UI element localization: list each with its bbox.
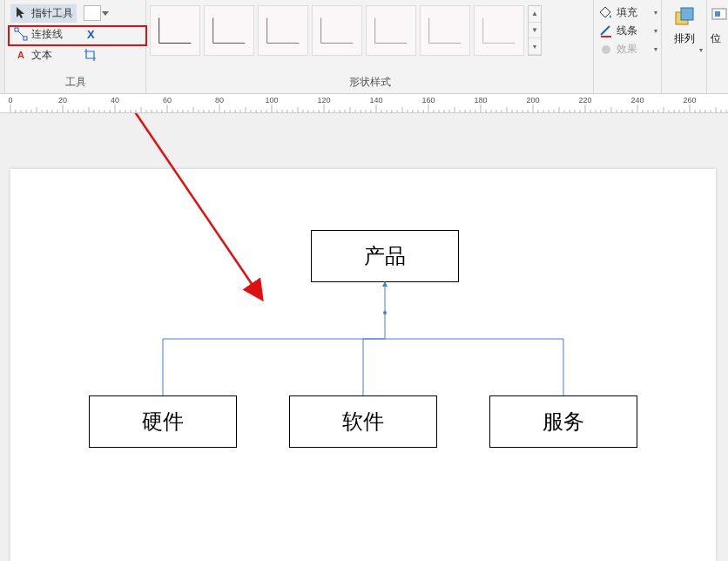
diagram-child-box[interactable]: 软件 [289, 395, 437, 448]
diagram-root-label: 产品 [364, 242, 406, 270]
position-icon[interactable] [711, 5, 728, 30]
styles-group-label: 形状样式 [150, 75, 590, 93]
style-thumb[interactable] [150, 5, 200, 56]
style-thumb[interactable] [204, 5, 254, 56]
ribbon: 指针工具 连接线 X A 文本 工具 [0, 0, 728, 94]
line-label: 线条 [617, 24, 637, 38]
diagram-child-label: 硬件 [142, 408, 184, 436]
svg-line-2 [18, 31, 24, 37]
svg-text:60: 60 [163, 96, 172, 105]
shape-styles-group: ▲ ▼ ▾ 形状样式 [146, 0, 594, 93]
tools-group: 指针工具 连接线 X A 文本 工具 [5, 0, 146, 93]
svg-text:180: 180 [474, 96, 487, 105]
arrange-group: 排列 ▾ [662, 0, 707, 93]
svg-text:160: 160 [421, 96, 435, 105]
position-group: 位 [707, 0, 728, 93]
style-thumb[interactable] [366, 5, 416, 56]
svg-rect-0 [15, 28, 18, 31]
style-thumb[interactable] [258, 5, 308, 56]
chevron-down-icon: ▾ [654, 45, 657, 53]
page[interactable]: 产品 硬件 软件 服务 [10, 169, 716, 561]
effect-icon [599, 43, 613, 57]
text-tool-label: 文本 [31, 48, 52, 63]
pointer-icon [14, 6, 28, 20]
scroll-more-icon[interactable]: ▾ [529, 38, 541, 55]
svg-text:220: 220 [578, 96, 591, 105]
scroll-up-icon[interactable]: ▲ [529, 6, 541, 23]
diagram-child-label: 软件 [342, 408, 384, 436]
line-icon [599, 24, 613, 38]
svg-rect-7 [715, 11, 720, 17]
fill-icon [599, 6, 613, 20]
chevron-down-icon: ▾ [654, 9, 657, 17]
crop-icon[interactable] [84, 48, 98, 62]
text-tool-button[interactable]: A 文本 [10, 46, 56, 64]
svg-text:120: 120 [317, 96, 330, 105]
diagram-child-box[interactable]: 硬件 [89, 395, 237, 448]
connector-lines [10, 169, 716, 561]
tools-group-label: 工具 [10, 75, 140, 93]
svg-text:0: 0 [8, 96, 12, 105]
svg-point-163 [383, 311, 387, 314]
diagram-child-label: 服务 [543, 408, 584, 436]
arrange-label: 排列 [674, 31, 695, 46]
gallery-scroll[interactable]: ▲ ▼ ▾ [528, 5, 542, 56]
horizontal-ruler: 020406080100120140160180200220240260 [0, 94, 728, 113]
svg-text:140: 140 [369, 96, 382, 105]
svg-text:20: 20 [58, 96, 67, 105]
shape-fill-dropdown[interactable] [84, 5, 101, 21]
svg-text:200: 200 [526, 96, 539, 105]
connector-icon [14, 27, 28, 41]
chevron-down-icon: ▾ [654, 27, 657, 35]
position-label: 位 [711, 31, 725, 46]
fill-label: 填充 [617, 5, 637, 20]
effect-label: 效果 [617, 42, 637, 57]
delete-x-icon[interactable]: X [87, 28, 95, 41]
style-gallery: ▲ ▼ ▾ [150, 5, 590, 56]
fill-button[interactable]: 填充 ▾ [599, 5, 657, 20]
svg-text:240: 240 [630, 96, 644, 105]
style-thumb[interactable] [420, 5, 470, 56]
svg-text:100: 100 [265, 96, 278, 105]
style-thumb[interactable] [312, 5, 362, 56]
diagram: 产品 硬件 软件 服务 [10, 169, 716, 561]
pointer-tool-label: 指针工具 [31, 6, 73, 21]
svg-text:80: 80 [215, 96, 224, 105]
connector-tool-label: 连接线 [31, 27, 63, 42]
svg-point-3 [602, 45, 610, 54]
arrange-icon[interactable] [672, 5, 697, 30]
pointer-tool-button[interactable]: 指针工具 [10, 4, 77, 23]
svg-rect-1 [24, 37, 27, 40]
text-icon: A [14, 48, 28, 62]
line-button[interactable]: 线条 ▾ [599, 24, 657, 38]
svg-text:260: 260 [683, 96, 696, 105]
diagram-child-box[interactable]: 服务 [489, 395, 637, 448]
effect-button: 效果 ▾ [599, 42, 657, 57]
canvas-area[interactable]: 产品 硬件 软件 服务 [0, 113, 728, 561]
svg-text:40: 40 [111, 96, 119, 105]
diagram-root-box[interactable]: 产品 [311, 230, 459, 282]
connector-tool-button[interactable]: 连接线 [10, 25, 66, 44]
svg-rect-5 [681, 8, 693, 20]
scroll-down-icon[interactable]: ▼ [529, 23, 541, 39]
style-thumb[interactable] [474, 5, 524, 56]
format-group: 填充 ▾ 线条 ▾ 效果 ▾ [594, 0, 662, 93]
chevron-down-icon: ▾ [699, 46, 703, 54]
